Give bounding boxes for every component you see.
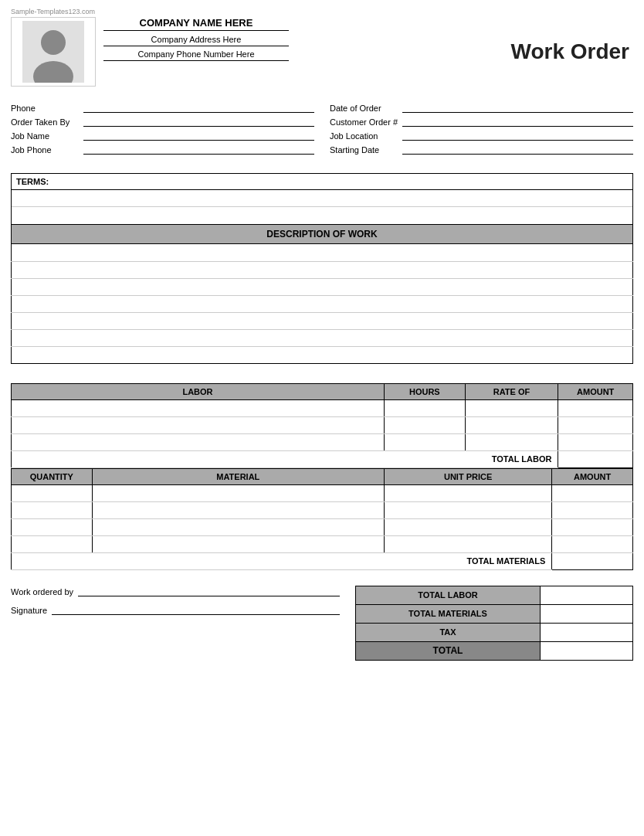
summary-total-labor-label: TOTAL LABOR [356, 586, 541, 604]
job-phone-label: Job Phone [11, 145, 80, 155]
customer-order-label: Customer Order # [330, 117, 399, 127]
phone-line [83, 102, 314, 113]
labor-col-amount: AMOUNT [558, 383, 633, 399]
form-row-date: Date of Order [330, 102, 633, 113]
labor-row [12, 416, 633, 433]
date-label: Date of Order [330, 104, 399, 113]
job-name-label: Job Name [11, 131, 80, 141]
person-icon [22, 21, 84, 83]
material-header-row: QUANTITY MATERIAL UNIT PRICE AMOUNT [12, 468, 633, 484]
starting-date-line [402, 144, 633, 155]
terms-section: TERMS: [11, 173, 633, 225]
form-row-starting-date: Starting Date [330, 144, 633, 155]
summary-tax-value [541, 623, 633, 641]
work-ordered-label: Work ordered by [11, 587, 73, 596]
work-order-title: Work Order [510, 39, 633, 64]
terms-row-1 [12, 190, 632, 207]
summary-row-total: TOTAL [356, 641, 633, 660]
material-row [12, 535, 633, 552]
material-row [12, 501, 633, 518]
phone-label: Phone [11, 104, 80, 113]
job-location-line [402, 130, 633, 141]
mat-col-material: MATERIAL [92, 468, 384, 484]
signature-row: Signature [11, 604, 340, 615]
form-right: Date of Order Customer Order # Job Locat… [330, 102, 633, 158]
job-phone-line [83, 144, 314, 155]
summary-row-tax: TAX [356, 623, 633, 641]
form-left: Phone Order Taken By Job Name Job Phone [11, 102, 314, 158]
material-table: QUANTITY MATERIAL UNIT PRICE AMOUNT TOTA… [11, 468, 633, 570]
desc-row [12, 278, 633, 295]
date-line [402, 102, 633, 113]
labor-row [12, 399, 633, 416]
job-name-line [83, 130, 314, 141]
company-address: Company Address Here [103, 34, 289, 46]
order-taken-line [83, 116, 314, 127]
desc-row [12, 295, 633, 312]
customer-order-line [402, 116, 633, 127]
desc-of-work-header: DESCRIPTION OF WORK [11, 225, 633, 244]
form-row-job-name: Job Name [11, 130, 314, 141]
material-row [12, 484, 633, 501]
desc-row [12, 244, 633, 261]
form-row-job-phone: Job Phone [11, 144, 314, 155]
summary-tax-label: TAX [356, 623, 541, 641]
summary-table: TOTAL LABOR TOTAL MATERIALS TAX TOTAL [355, 586, 633, 661]
work-ordered-line [78, 586, 340, 596]
labor-col-rate: RATE OF [465, 383, 558, 399]
terms-header: TERMS: [12, 174, 632, 190]
material-row [12, 518, 633, 535]
form-row-phone: Phone [11, 102, 314, 113]
summary-row-total-labor: TOTAL LABOR [356, 586, 633, 604]
material-total-row: TOTAL MATERIALS [12, 552, 633, 569]
summary-total-materials-value [541, 604, 633, 623]
terms-row-2 [12, 207, 632, 224]
company-info: COMPANY NAME HERE Company Address Here C… [103, 17, 289, 63]
labor-table: LABOR HOURS RATE OF AMOUNT TOTAL LABOR [11, 383, 633, 468]
labor-total-row: TOTAL LABOR [12, 450, 633, 467]
desc-row [12, 329, 633, 346]
signature-section: Work ordered by Signature [11, 586, 355, 623]
mat-col-amount: AMOUNT [552, 468, 633, 484]
labor-col-hours: HOURS [385, 383, 466, 399]
header: COMPANY NAME HERE Company Address Here C… [11, 17, 633, 87]
company-name: COMPANY NAME HERE [103, 17, 289, 31]
starting-date-label: Starting Date [330, 145, 399, 155]
svg-point-1 [41, 30, 66, 55]
summary-total-value [541, 641, 633, 660]
summary-total-labor-value [541, 586, 633, 604]
bottom-section: Work ordered by Signature TOTAL LABOR TO… [11, 586, 633, 661]
labor-header-row: LABOR HOURS RATE OF AMOUNT [12, 383, 633, 399]
order-taken-label: Order Taken By [11, 117, 80, 127]
form-row-customer-order: Customer Order # [330, 116, 633, 127]
desc-row [12, 312, 633, 329]
mat-col-qty: QUANTITY [12, 468, 93, 484]
signature-line [52, 604, 340, 615]
labor-total-label: TOTAL LABOR [12, 450, 558, 467]
form-row-order-taken: Order Taken By [11, 116, 314, 127]
company-phone: Company Phone Number Here [103, 49, 289, 61]
labor-col-labor: LABOR [12, 383, 385, 399]
signature-label: Signature [11, 606, 47, 615]
summary-total-materials-label: TOTAL MATERIALS [356, 604, 541, 623]
company-logo [11, 17, 96, 87]
desc-row [12, 261, 633, 278]
material-total-value [552, 552, 633, 569]
form-fields: Phone Order Taken By Job Name Job Phone … [11, 102, 633, 158]
job-location-label: Job Location [330, 131, 399, 141]
work-ordered-row: Work ordered by [11, 586, 340, 596]
desc-of-work-table [11, 244, 633, 364]
desc-row [12, 346, 633, 363]
watermark: Sample-Templates123.com [11, 8, 633, 15]
summary-total-label: TOTAL [356, 641, 541, 660]
summary-row-total-materials: TOTAL MATERIALS [356, 604, 633, 623]
mat-col-unit-price: UNIT PRICE [384, 468, 551, 484]
labor-row [12, 433, 633, 450]
labor-total-value [558, 450, 633, 467]
form-row-job-location: Job Location [330, 130, 633, 141]
material-total-label: TOTAL MATERIALS [12, 552, 552, 569]
